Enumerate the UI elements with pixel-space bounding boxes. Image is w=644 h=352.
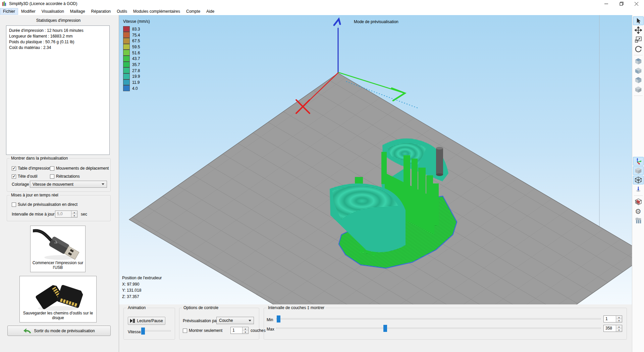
view-cube-4-icon[interactable] <box>633 85 644 94</box>
checkbox-retractations[interactable]: Rétractations <box>50 174 80 179</box>
app-logo-icon <box>2 1 7 6</box>
preview-by-label: Prévisualisation par <box>183 318 218 323</box>
stat-cost: Coût du matériau : 2.34 <box>9 45 107 51</box>
move-tool-icon[interactable] <box>633 26 644 35</box>
settings-gear-icon[interactable]: ⚙ <box>633 207 644 216</box>
chevron-down-icon <box>249 320 251 321</box>
legend-swatch <box>123 56 130 62</box>
extruder-z: Z: 37.357 <box>122 294 162 300</box>
cross-section-icon[interactable] <box>633 197 644 206</box>
checkbox-table-impression[interactable]: Table d'impression <box>12 166 51 171</box>
interval-spinner[interactable]: 5,0 ▲▼ <box>55 211 77 218</box>
print-statistics-box: Durée d'impression : 12 hours 16 minutes… <box>6 25 110 155</box>
stat-weight: Poids du plastique : 50.76 g (0.11 lb) <box>9 39 107 45</box>
slider-handle[interactable] <box>383 325 387 332</box>
checkbox-show-only[interactable]: Montrer seulement <box>183 328 222 333</box>
extruder-x: X: 97.990 <box>122 281 162 288</box>
max-layer-slider[interactable] <box>276 325 601 332</box>
spinner-arrows-icon[interactable]: ▲▼ <box>242 327 248 334</box>
menu-modifier[interactable]: Modifier <box>18 8 39 15</box>
menu-visualisation[interactable]: Visualisation <box>39 8 67 15</box>
menu-modules[interactable]: Modules complémentaires <box>130 8 183 15</box>
preview-3d-viewport[interactable]: Vitesse (mm/s) 83.3 75.4 67.5 59.5 51.6 … <box>119 15 632 304</box>
menu-maillage[interactable]: Maillage <box>67 8 88 15</box>
menu-reparation[interactable]: Réparation <box>88 8 114 15</box>
toolbar-separator <box>634 96 643 96</box>
menu-compte[interactable]: Compte <box>183 8 203 15</box>
show-only-unit: couches <box>251 328 266 333</box>
close-icon[interactable] <box>629 0 644 7</box>
legend-row: 4.0 <box>123 85 150 92</box>
preview-by-dropdown[interactable]: Couche <box>216 317 254 324</box>
legend-swatch <box>123 85 130 91</box>
checkbox-box <box>12 166 16 171</box>
slider-handle[interactable] <box>141 328 145 335</box>
layer-range-title: Intervalle de couches ‡ montrer <box>267 305 326 310</box>
exit-preview-button[interactable]: Sortir du mode de prévisualisation <box>7 326 111 336</box>
legend-row: 83.3 <box>123 26 150 32</box>
legend-swatch <box>123 67 130 73</box>
legend-swatch <box>123 73 130 79</box>
scale-tool-icon[interactable] <box>633 35 644 44</box>
save-toolpaths-button[interactable]: Sauvegarder les chemins d'outils sur le … <box>19 276 97 322</box>
min-layer-spinner[interactable]: 1 ▲▼ <box>603 315 622 322</box>
menu-outils[interactable]: Outils <box>114 8 130 15</box>
max-label: Max <box>267 327 274 332</box>
checkbox-suivi-direct[interactable]: Suivi de prévisualisation en direct <box>12 202 77 207</box>
window-title: Simplify3D (Licence accordée à GOD) <box>9 1 77 6</box>
coloriage-label: Coloriage <box>12 182 29 187</box>
right-toolbar: ⚙ <box>632 15 644 352</box>
menu-fichier[interactable]: Fichier <box>0 8 18 15</box>
checkbox-mouvements[interactable]: Mouvements de déplacement <box>50 166 109 171</box>
exit-preview-label: Sortir du mode de prévisualisation <box>34 329 95 333</box>
gear-icon: ⚙ <box>635 208 641 215</box>
checkbox-tete-outil[interactable]: Tête d'outil <box>12 174 37 179</box>
stat-filament: Longueur de filament : 16883.2 mm <box>9 34 107 39</box>
extruder-nozzle-cylinder <box>436 147 443 176</box>
legend-row: 51.6 <box>123 50 150 56</box>
save-toolpaths-caption: Sauvegarder les chemins d'outils sur le … <box>20 311 96 320</box>
min-layer-slider[interactable] <box>276 315 601 322</box>
layer-range-group: Intervalle de couches ‡ montrer Min 1 ▲▼… <box>264 308 627 340</box>
axes-toggle-icon[interactable] <box>633 157 644 166</box>
stats-title: Statistiques d'impression <box>0 18 117 23</box>
solid-view-icon[interactable] <box>633 166 644 175</box>
left-sidebar: Statistiques d'impression Durée d'impres… <box>0 15 119 352</box>
show-only-spinner[interactable]: 1 ▲▼ <box>230 327 249 334</box>
select-tool-icon[interactable] <box>633 16 644 25</box>
supports-icon[interactable] <box>633 216 644 225</box>
wireframe-view-icon[interactable] <box>633 176 644 184</box>
slider-track[interactable] <box>276 328 601 329</box>
speed-slider[interactable] <box>140 328 171 335</box>
slider-handle[interactable] <box>277 315 280 322</box>
min-label: Min <box>267 317 273 322</box>
view-cube-2-icon[interactable] <box>633 66 644 75</box>
rotate-tool-icon[interactable] <box>633 45 644 53</box>
slider-track[interactable] <box>276 318 601 319</box>
spinner-arrows-icon[interactable]: ▲▼ <box>71 211 77 217</box>
play-pause-button[interactable]: Lecture/Pause <box>128 317 165 325</box>
usb-print-button[interactable]: Commencer l'impression sur l'USB <box>30 226 86 272</box>
legend-swatch <box>123 26 130 32</box>
menu-aide[interactable]: Aide <box>203 8 217 15</box>
restore-icon[interactable] <box>614 0 629 7</box>
spinner-arrows-icon[interactable]: ▲▼ <box>616 325 622 332</box>
view-cube-1-icon[interactable] <box>633 57 644 66</box>
checkbox-box <box>12 174 16 179</box>
place-on-bed-icon[interactable] <box>633 185 644 194</box>
coloriage-dropdown[interactable]: Vitesse de mouvement <box>30 181 107 188</box>
minimize-icon[interactable] <box>599 0 614 7</box>
animation-group: Animation Lecture/Pause Vitesse <box>123 308 175 340</box>
play-pause-icon <box>130 319 135 323</box>
legend-swatch <box>123 50 130 56</box>
legend-swatch <box>123 79 130 85</box>
toolbar-separator <box>634 55 643 55</box>
max-layer-spinner[interactable]: 358 ▲▼ <box>603 325 622 332</box>
toolbar-separator <box>634 195 643 196</box>
animation-title: Animation <box>126 305 147 310</box>
spinner-arrows-icon[interactable]: ▲▼ <box>616 316 622 322</box>
view-cube-3-icon[interactable] <box>633 76 644 84</box>
usb-plug-image <box>33 227 83 262</box>
legend-row: 67.5 <box>123 38 150 44</box>
extruder-y: Y: 131.018 <box>122 287 162 294</box>
